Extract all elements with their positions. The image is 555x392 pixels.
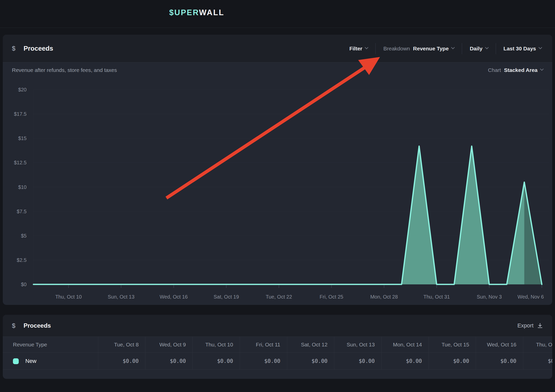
y-axis-label: $12.5 <box>14 160 27 165</box>
logo-accent-text: $UPER <box>169 8 199 17</box>
value-cell: $0.00 <box>381 353 429 369</box>
table-panel-header: $ Proceeds Export <box>3 315 552 337</box>
value-cell: $0.00 <box>334 353 381 369</box>
revenue-table: Revenue TypeTue, Oct 8Wed, Oct 9Thu, Oct… <box>3 337 552 370</box>
column-header-date: Wed, Oct 16 <box>476 337 523 352</box>
series-swatch <box>13 358 19 364</box>
x-axis-label: Sun, Nov 3 <box>477 294 502 300</box>
value-cell: $0.00 <box>193 353 240 369</box>
table-header-row: Revenue TypeTue, Oct 8Wed, Oct 9Thu, Oct… <box>3 337 552 353</box>
x-axis-label: Tue, Oct 22 <box>266 294 292 300</box>
x-axis-label: Wed, Oct 16 <box>160 294 188 300</box>
value-cell: $0.00 <box>429 353 476 369</box>
column-header-date: Thu, Oct 10 <box>193 337 240 352</box>
table-row: New$0.00$0.00$0.00$0.00$0.00$0.00$0.00$0… <box>3 353 552 370</box>
row-label-cell: New <box>3 353 98 369</box>
series-name: New <box>25 358 36 364</box>
column-header-date: Sat, Oct 12 <box>287 337 334 352</box>
dollar-icon: $ <box>12 322 15 329</box>
x-axis-label: Sun, Oct 13 <box>108 294 135 300</box>
value-cell: $0.00 <box>476 353 523 369</box>
top-navigation-bar: $UPERWALL <box>0 0 555 28</box>
x-axis-label: Wed, Nov 6 <box>518 294 544 300</box>
y-axis-label: $0 <box>21 282 27 287</box>
export-button[interactable]: Export <box>517 322 543 329</box>
proceeds-table-panel: $ Proceeds Export Revenue TypeTue, Oct 8… <box>3 315 552 379</box>
column-header-date: Tue, Oct 8 <box>98 337 145 352</box>
area-fill <box>33 146 542 284</box>
x-axis-label: Mon, Oct 28 <box>370 294 398 300</box>
y-axis-label: $5 <box>21 233 27 239</box>
value-cell: $0.00 <box>523 353 552 369</box>
value-cell: $0.00 <box>98 353 145 369</box>
value-cell: $0.00 <box>240 353 287 369</box>
y-axis-label: $20 <box>18 87 27 92</box>
column-header-date: Tue, Oct 15 <box>429 337 476 352</box>
table-title: Proceeds <box>24 322 51 329</box>
value-cell: $0.00 <box>145 353 193 369</box>
superwall-logo: $UPERWALL <box>169 8 224 17</box>
column-header-date: Fri, Oct 11 <box>240 337 287 352</box>
column-header-date: Thu, Oct 17 <box>523 337 552 352</box>
export-label: Export <box>517 322 533 329</box>
y-axis-label: $7.5 <box>17 209 27 214</box>
stacked-area-chart[interactable]: $0$2.5$5$7.5$10$12.5$15$17.5$20Thu, Oct … <box>3 35 552 305</box>
x-axis-label: Sat, Oct 19 <box>214 294 239 300</box>
y-axis-label: $2.5 <box>17 257 27 263</box>
y-axis-label: $15 <box>18 135 27 141</box>
x-axis-label: Fri, Oct 25 <box>320 294 343 300</box>
table-body: New$0.00$0.00$0.00$0.00$0.00$0.00$0.00$0… <box>3 353 552 370</box>
download-icon <box>537 323 543 329</box>
proceeds-chart-panel: $ Proceeds Filter Breakdown Revenue Type… <box>3 35 552 305</box>
logo-rest-text: WALL <box>199 8 224 17</box>
x-axis-label: Thu, Oct 10 <box>55 294 82 300</box>
x-axis-label: Thu, Oct 31 <box>424 294 450 300</box>
column-header-date: Sun, Oct 13 <box>334 337 381 352</box>
y-axis-label: $10 <box>18 184 27 190</box>
value-cell: $0.00 <box>287 353 334 369</box>
column-header-revenue-type: Revenue Type <box>3 337 98 352</box>
column-header-date: Wed, Oct 9 <box>145 337 193 352</box>
y-axis-label: $17.5 <box>14 111 27 117</box>
column-header-date: Mon, Oct 14 <box>381 337 429 352</box>
